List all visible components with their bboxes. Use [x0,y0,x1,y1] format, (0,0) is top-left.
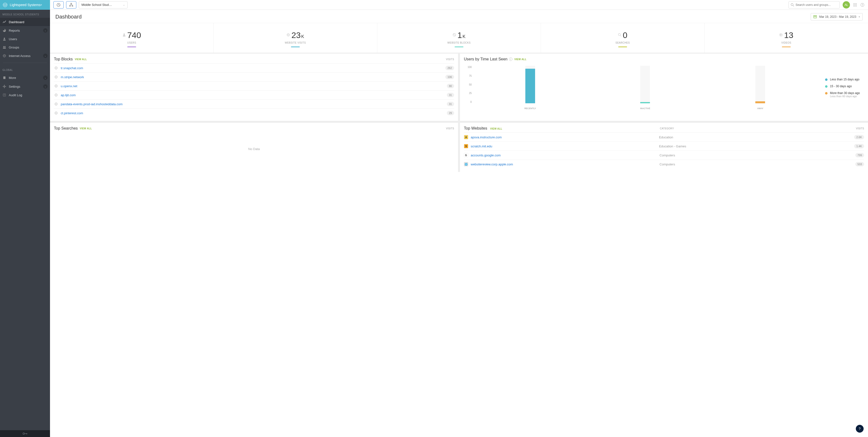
view-all-link[interactable]: VIEW ALL [74,58,87,61]
search-input[interactable] [796,3,838,7]
domain-link[interactable]: m.stripe.network [61,75,84,79]
domain-link[interactable]: ap.lijit.com [61,93,75,97]
globe-icon [54,102,58,106]
user-avatar[interactable]: AL [843,1,850,8]
hierarchy-view-button[interactable] [66,1,76,8]
apps-grid-icon[interactable] [853,3,857,7]
panel-top-blocks: Top Blocks VIEW ALL VISITS tr.snapchat.c… [50,54,458,121]
view-all-link[interactable]: VIEW ALL [80,127,92,130]
legend-dot [825,78,828,81]
help-fab-button[interactable]: ? [856,425,864,433]
sidebar-item-groups[interactable]: Groups [0,43,50,52]
legend-item: More than 30 days agoLess than 60 days a… [825,91,864,98]
date-range-picker[interactable]: Mar 19, 2023 - Mar 19, 2023 ▾ [811,13,863,21]
view-all-link[interactable]: VIEW ALL [514,58,527,61]
stat-card-videos[interactable]: 13VIDEOS [705,23,868,53]
sidebar-item-internet-access[interactable]: Internet Access ⌄ [0,52,50,60]
help-icon[interactable] [860,3,865,7]
stat-card-users[interactable]: 740USERS [50,23,214,53]
stat-label: USERS [53,41,211,44]
sidebar-item-reports[interactable]: Reports ⌄ [0,26,50,35]
visit-count-badge: 31 [447,102,454,106]
stat-accent-bar [291,46,300,47]
domain-link[interactable]: websitereview.corp.apple.com [471,163,513,166]
sidebar-item-dashboard[interactable]: Dashboard [0,18,50,26]
key-icon [23,432,28,435]
domain-link[interactable]: accounts.google.com [471,154,501,157]
globe-icon [286,33,290,37]
panel-top-searches: Top Searches VIEW ALL VISITS No Data [50,123,458,172]
chevron-down-icon: ⌄ [43,54,48,58]
chart-line-icon [2,20,6,24]
chart-bar[interactable] [755,101,765,103]
table-row: Gaccounts.google.comComputers799 [464,150,864,160]
panel-top-websites: Top Websites VIEW ALL CATEGORY VISITS Aa… [460,123,868,172]
chevron-down-icon: ⌄ [43,28,48,33]
table-row: tr.snapchat.com262 [54,63,454,72]
svg-point-27 [856,3,857,4]
group-selector-dropdown[interactable]: Middle School Stud… ⌄ [79,1,128,8]
chart-bar[interactable] [525,69,535,103]
stat-card-website-blocks[interactable]: 1KWEBSITE BLOCKS [377,23,541,53]
video-icon [779,33,783,37]
table-row: pandata-events.prod-iad.inshosteddata.co… [54,99,454,108]
stat-label: VIDEOS [707,41,866,44]
svg-point-15 [23,433,24,435]
domain-link[interactable]: tr.snapchat.com [61,66,83,70]
svg-rect-39 [815,16,815,17]
table-row: Aapsva.instructure.comEducation2.6K [464,133,864,141]
clock-icon [57,3,61,7]
hierarchy-icon [69,3,73,7]
brand-logo: Lightspeed Systems® [0,0,50,10]
chart-legend: Less than 15 days ago15 - 30 days agoMor… [825,66,864,110]
legend-item: 15 - 30 days ago [825,85,864,88]
lightspeed-logo-icon [2,2,8,7]
domain-link[interactable]: u.openx.net [61,84,77,88]
globe-icon [54,84,58,88]
view-all-link[interactable]: VIEW ALL [490,127,502,130]
legend-item: Less than 15 days ago [825,78,864,81]
stat-card-searches[interactable]: 0SEARCHES [541,23,705,53]
sidebar-item-settings[interactable]: Settings ⌄ [0,82,50,91]
info-icon[interactable]: i [509,58,513,61]
globe-icon [54,111,58,115]
sidebar-item-audit-log[interactable]: Audit Log [0,91,50,99]
sidebar-item-users[interactable]: Users [0,35,50,43]
svg-point-29 [855,4,856,5]
search-box[interactable] [788,1,840,8]
visit-count-badge: 1.4K [854,144,864,148]
sidebar-item-more[interactable]: More ⌄ [0,73,50,82]
domain-link[interactable]: ct.pinterest.com [61,111,83,115]
svg-line-48 [620,35,621,36]
search-icon [791,3,794,7]
visit-count-badge: 31 [447,93,454,97]
panel-title: Top Blocks [54,57,73,61]
column-header-visits: VISITS [856,127,864,130]
legend-dot [825,85,828,88]
svg-rect-38 [814,16,814,17]
svg-point-33 [856,6,857,6]
domain-link[interactable]: scratch.mit.edu [471,144,492,148]
panel-title: Top Searches [54,126,78,131]
stat-suffix: K [301,34,304,39]
globe-icon [54,75,58,79]
list-icon [2,93,6,97]
sidebar-footer [0,430,50,437]
date-range-label: Mar 19, 2023 - Mar 19, 2023 [819,15,856,19]
stat-card-website-visits[interactable]: 23KWEBSITE VISITS [214,23,377,53]
domain-link[interactable]: pandata-events.prod-iad.inshosteddata.co… [61,102,123,106]
sidebar-section-global: GLOBAL [0,65,50,73]
clock-view-button[interactable] [54,1,64,8]
visit-count-badge: 80 [447,84,454,88]
column-header-visits: VISITS [446,127,454,130]
domain-link[interactable]: apsva.instructure.com [471,135,502,139]
sidebar-item-label: More [9,76,16,80]
user-icon [2,37,6,41]
main-content: Middle School Stud… ⌄ AL Dashboard [50,0,868,437]
sidebar-item-label: Reports [9,29,20,32]
favicon: A [464,135,468,139]
x-axis-label: INACTIVE [637,107,654,110]
chart-bar[interactable] [640,102,650,103]
svg-point-31 [854,6,854,6]
favicon: S [464,144,468,148]
